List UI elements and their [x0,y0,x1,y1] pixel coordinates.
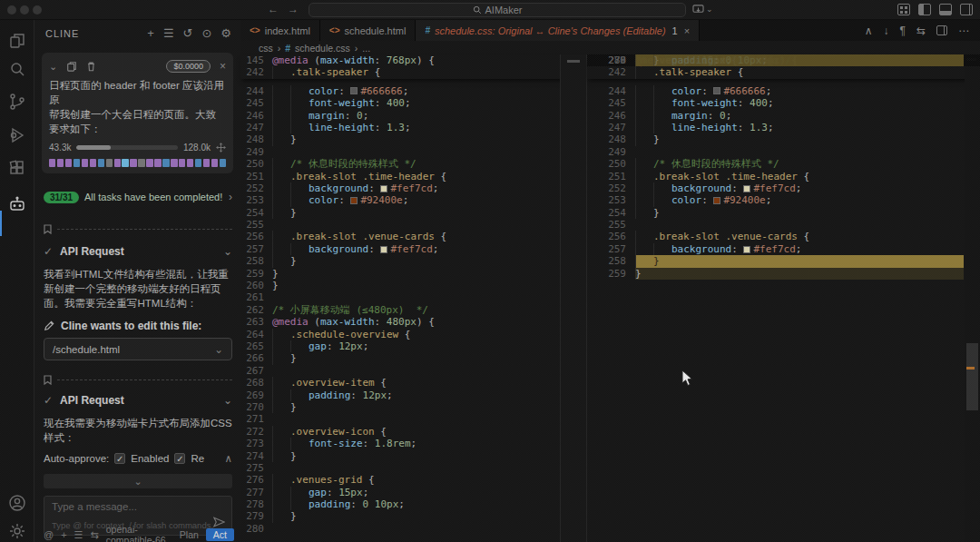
code-line[interactable]: 276.venues-grid { [240,474,586,486]
toggle-secondary-sidebar-icon[interactable] [960,4,973,15]
diff-pane-modified[interactable]: 145@media (max-width: 768px) {242.talk-s… [587,54,980,542]
collapsed-section-bar[interactable]: ⌄ [44,474,232,488]
timeline-block[interactable] [90,159,96,167]
timeline-block[interactable] [49,159,55,167]
code-line[interactable]: 252background: #fef7cd; [240,182,586,194]
todo-summary[interactable]: 31/31 All tasks have been completed! › [44,191,232,203]
code-line[interactable]: 254} [587,207,980,219]
cline-robot-icon[interactable] [8,195,26,213]
code-line[interactable]: 244color: #666666; [587,85,980,97]
code-rows[interactable]: 244color: #666666;245font-weight: 400;24… [240,79,586,535]
bookmark-icon[interactable] [44,224,52,234]
timeline-block[interactable] [130,159,136,167]
api-request-row[interactable]: ✓ API Request ⌄ [44,245,232,258]
code-line[interactable]: 259} [587,268,980,280]
timeline-block[interactable] [203,159,210,167]
rows-icon[interactable]: ☰ [74,529,83,541]
code-line[interactable]: 272.overview-icon { [240,426,586,438]
color-swatch[interactable] [713,197,720,204]
next-change-icon[interactable]: ↓ [883,25,888,37]
bookmark-icon[interactable] [44,375,52,385]
timeline-block[interactable] [74,159,80,167]
code-line[interactable]: 277gap: 15px; [240,487,586,498]
code-line[interactable]: 250/* 休息时段的特殊样式 */ [240,158,586,170]
color-swatch[interactable] [380,185,387,192]
code-line[interactable]: 255 [240,219,586,231]
timeline-block[interactable] [65,159,72,167]
nav-forward-icon[interactable]: → [286,3,300,15]
breadcrumb-folder[interactable]: css [259,43,273,54]
code-line[interactable]: 247line-height: 1.3; [240,122,586,133]
api-request-row[interactable]: ✓ API Request ⌄ [44,394,232,407]
code-line[interactable]: 251.break-slot .time-header { [587,171,980,182]
timeline-block[interactable] [220,159,226,167]
timeline-block[interactable] [98,159,104,167]
color-swatch[interactable] [350,87,358,94]
code-line[interactable]: 249 [240,146,586,158]
code-line[interactable]: 269padding: 12px; [240,389,586,401]
window-zoom-button[interactable] [33,5,42,15]
history-icon[interactable]: ↺ [183,26,193,40]
code-line[interactable]: 257background: #fef7cd; [587,243,980,255]
window-close-button[interactable] [7,5,16,15]
new-task-icon[interactable]: + [147,26,154,40]
code-line[interactable]: 260} [240,280,586,291]
timeline-block[interactable] [138,159,144,167]
color-swatch[interactable] [743,185,750,192]
task-card[interactable]: ⌄ $0.0000 × 日程页面的 header 和 footer 应该沿用原 … [42,53,233,173]
nav-back-icon[interactable]: ← [266,3,280,15]
code-line[interactable]: 246margin: 0; [240,110,586,122]
code-line[interactable]: 259} [240,268,586,280]
code-line[interactable]: 258} [587,255,980,267]
color-swatch[interactable] [713,87,720,94]
toggle-sidebar-icon[interactable] [918,4,931,15]
timeline-block[interactable] [171,159,177,167]
toggle-panel-icon[interactable] [939,4,952,15]
command-center-search[interactable]: AIMaker [309,3,686,17]
code-line[interactable]: 145@media (max-width: 768px) { [240,54,586,66]
code-line[interactable]: 279} [240,510,586,522]
diff-pane-original[interactable]: 145@media (max-width: 768px) {242.talk-s… [240,54,587,542]
settings-icon[interactable]: ⚙ [220,26,231,40]
sticky-scroll[interactable]: 145@media (max-width: 768px) {242.talk-s… [240,54,586,79]
breadcrumb-symbol[interactable]: ... [362,43,370,54]
code-line[interactable]: 242.talk-speaker { [240,66,586,78]
auto-approve-checkbox[interactable]: ✓ [114,453,125,464]
code-line[interactable]: 253color: #92400e; [240,194,586,206]
code-line[interactable]: 257background: #fef7cd; [240,243,586,255]
code-line[interactable]: 250/* 休息时段的特殊样式 */ [587,158,980,170]
api-provider-icon[interactable]: @ [44,529,54,540]
scrollbar-thumb[interactable] [966,343,978,410]
auto-approve-row[interactable]: Auto-approve: ✓ Enabled ✓ Re ∧ [44,452,232,465]
code-line[interactable]: 249 [587,146,980,158]
task-timeline-blocks[interactable] [49,159,226,167]
account-icon[interactable]: ⊙ [201,26,211,40]
explorer-icon[interactable] [8,32,26,50]
tab-close-icon[interactable]: × [684,25,690,36]
right-scrollbar[interactable] [965,54,980,542]
code-line[interactable]: 268.overview-item { [240,377,586,389]
code-line[interactable]: 254} [240,207,586,219]
code-line[interactable]: 275 [240,462,586,474]
code-line[interactable]: 245font-weight: 400; [587,97,980,109]
code-line[interactable]: 271 [240,413,586,425]
collapse-task-icon[interactable]: ⌄ [49,61,57,73]
code-line[interactable]: 267 [240,365,586,377]
tab[interactable]: <>index.html [240,20,320,41]
code-line[interactable]: 244color: #666666; [240,85,586,97]
source-control-icon[interactable] [8,93,26,111]
code-line[interactable]: 280 [240,523,586,535]
customize-layout-icon[interactable] [897,4,910,15]
timeline-block[interactable] [154,159,161,167]
compare-icon[interactable]: ⇆ [90,529,98,541]
timeline-block[interactable] [146,159,152,167]
whitespace-toggle-icon[interactable]: ¶ [899,25,905,37]
timeline-block[interactable] [82,159,88,167]
code-line[interactable]: 256.break-slot .venue-cards { [240,231,586,242]
extensions-icon[interactable] [8,160,26,178]
edited-file-box[interactable]: /schedule.html ⌄ [44,338,232,360]
timeline-block[interactable] [106,159,113,167]
timeline-block[interactable] [57,159,64,167]
color-swatch[interactable] [743,246,750,253]
account-icon[interactable] [8,494,26,512]
